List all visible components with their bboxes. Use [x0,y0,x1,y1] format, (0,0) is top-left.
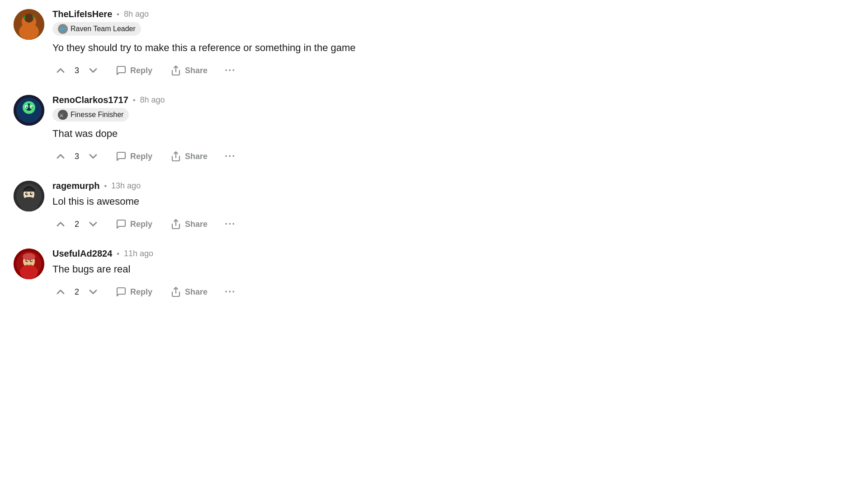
comment-header: UsefulAd2824 • 11h ago [52,249,854,259]
vote-count: 3 [73,152,80,161]
timestamp: 8h ago [124,9,149,19]
user-badge: 🐦 Raven Team Leader [52,22,141,36]
svg-point-34 [20,265,38,279]
comment-content: TheLifeIsHere • 8h ago 🐦 Raven Team Lead… [52,9,854,79]
svg-point-2 [24,14,33,23]
user-badge: ⚔ Finesse Finisher [52,108,129,122]
comment-block: ragemurph • 13h ago Lol this is awesome … [14,181,854,236]
svg-point-28 [31,193,33,194]
comment-text: The bugs are real [52,262,854,277]
action-bar: 3 Reply Share [52,148,854,164]
comment-header: ragemurph • 13h ago [52,181,854,191]
comment-text: Yo they should try to make this a refere… [52,40,854,55]
share-button[interactable]: Share [167,217,211,231]
avatar [14,95,44,126]
svg-text:🐦: 🐦 [60,26,66,33]
share-button[interactable]: Share [167,63,211,78]
vote-count: 2 [73,287,80,297]
comment-block: RenoClarkos1717 • 8h ago ⚔ Finesse Finis… [14,95,854,168]
username: ragemurph [52,181,99,191]
more-options-button[interactable]: ··· [222,150,238,162]
svg-point-17 [26,107,28,108]
downvote-button[interactable] [85,284,101,300]
badge-container: 🐦 Raven Team Leader [52,22,854,40]
upvote-button[interactable] [52,284,69,300]
reply-button[interactable]: Reply [112,63,156,78]
svg-point-29 [20,197,38,211]
comment-header: TheLifeIsHere • 8h ago [52,9,854,19]
vote-group: 3 [52,62,101,79]
comment-text: Lol this is awesome [52,194,854,209]
comment-header: RenoClarkos1717 • 8h ago [52,95,854,105]
downvote-button[interactable] [85,148,101,164]
action-bar: 3 Reply Share [52,62,854,79]
comment-block: TheLifeIsHere • 8h ago 🐦 Raven Team Lead… [14,9,854,82]
upvote-button[interactable] [52,216,69,232]
action-bar: 2 Reply Share [52,216,854,232]
username: RenoClarkos1717 [52,95,128,105]
username: UsefulAd2824 [52,249,112,259]
timestamp: 13h ago [111,181,141,191]
badge-icon: ⚔ [58,110,68,120]
username: TheLifeIsHere [52,9,112,19]
svg-point-27 [27,193,28,194]
avatar [14,9,44,40]
badge-container: ⚔ Finesse Finisher [52,108,854,126]
vote-count: 3 [73,66,80,75]
comment-content: RenoClarkos1717 • 8h ago ⚔ Finesse Finis… [52,95,854,164]
vote-group: 2 [52,284,101,300]
more-options-button[interactable]: ··· [222,218,238,230]
share-button[interactable]: Share [167,149,211,164]
svg-point-35 [23,253,35,260]
svg-point-38 [27,260,28,261]
vote-group: 3 [52,148,101,164]
share-button[interactable]: Share [167,285,211,299]
reply-button[interactable]: Reply [112,285,156,299]
avatar [14,181,44,211]
downvote-button[interactable] [85,216,101,232]
upvote-button[interactable] [52,62,69,79]
reply-button[interactable]: Reply [112,217,156,231]
downvote-button[interactable] [85,62,101,79]
svg-point-3 [19,23,39,40]
reply-button[interactable]: Reply [112,149,156,164]
upvote-button[interactable] [52,148,69,164]
more-options-button[interactable]: ··· [222,65,238,76]
svg-point-18 [32,107,33,108]
svg-text:⚔: ⚔ [59,113,64,118]
action-bar: 2 Reply Share [52,284,854,300]
comment-text: That was dope [52,126,854,141]
vote-count: 2 [73,220,80,229]
more-options-button[interactable]: ··· [222,286,238,298]
timestamp: 8h ago [140,95,165,105]
svg-point-39 [31,260,33,261]
comment-block: UsefulAd2824 • 11h ago The bugs are real… [14,249,854,304]
avatar [14,249,44,279]
comment-content: ragemurph • 13h ago Lol this is awesome … [52,181,854,232]
vote-group: 2 [52,216,101,232]
comment-content: UsefulAd2824 • 11h ago The bugs are real… [52,249,854,300]
timestamp: 11h ago [124,249,153,258]
badge-icon: 🐦 [58,24,68,34]
